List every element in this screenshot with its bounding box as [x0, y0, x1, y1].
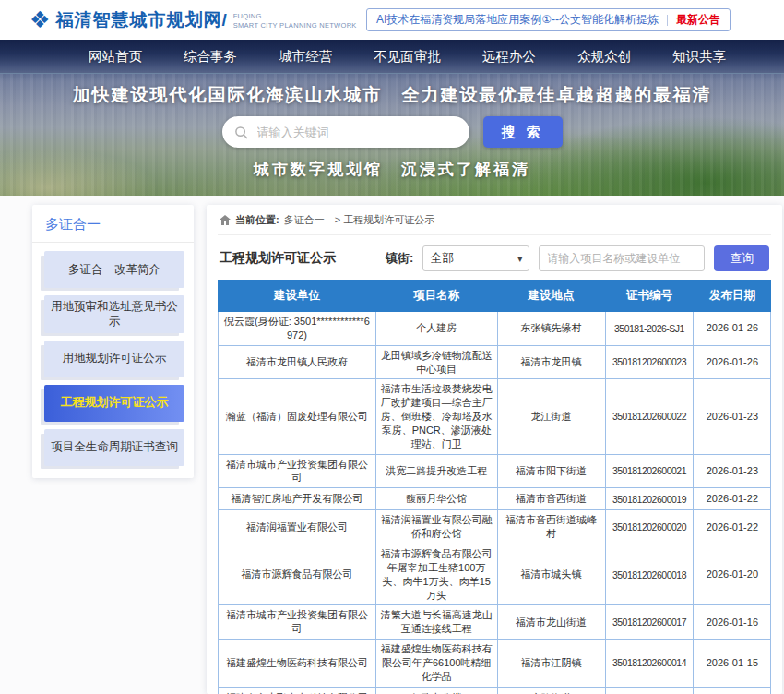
- table-cell: 福清市龙山街道: [497, 605, 605, 640]
- table-cell: 福建盛煌生物医药科技有限公司: [219, 640, 376, 688]
- search-icon: [234, 126, 248, 139]
- main-content: 当前位置: 多证合一—> 工程规划许可证公示 工程规划许可证公示 镇街: 全部 …: [207, 205, 782, 694]
- table-row[interactable]: 福清市城市产业投资集团有限公司洪宽二路提升改造工程福清市阳下街道35018120…: [219, 454, 771, 488]
- sidebar-title: 多证合一: [32, 205, 194, 243]
- breadcrumb-prefix: 当前位置:: [235, 213, 279, 227]
- table-cell: 福清市音西街道珹峰村: [497, 510, 605, 544]
- table-row[interactable]: 福建盛煌生物医药科技有限公司福建盛煌生物医药科技有限公司年产66100吨精细化学…: [219, 640, 771, 688]
- table-cell: 2026-01-20: [694, 544, 771, 604]
- query-button[interactable]: 查询: [714, 245, 769, 271]
- table-cell: 350181202600018: [605, 544, 694, 604]
- table-row[interactable]: 福建东方小飞光电科技有限公司行政办公楼宏路街道35018120260001520…: [219, 687, 771, 694]
- table-cell: 福清市城市产业投资集团有限公司: [219, 454, 376, 488]
- table-cell: 350181202600019: [605, 488, 694, 510]
- nav-item-5[interactable]: 远程办公: [482, 48, 536, 66]
- table-row[interactable]: 福清市城市产业投资集团有限公司清繁大道与长福高速龙山互通连接线工程福清市龙山街道…: [219, 605, 771, 640]
- table-header-cell-1: 建设单位: [219, 281, 376, 312]
- table-cell: 福清市阳下街道: [497, 454, 605, 488]
- sidebar-item-1[interactable]: 多证合一改革简介: [44, 251, 184, 288]
- search-button[interactable]: 搜 索: [483, 116, 563, 148]
- table-cell: 350181202600020: [605, 510, 694, 544]
- permits-table: 建设单位项目名称建设地点证书编号发布日期 倪云霞(身份证: 3501******…: [218, 280, 771, 694]
- table-cell: 350181202600014: [605, 640, 694, 688]
- township-select-value: 全部: [430, 250, 454, 267]
- table-cell: 350181-2026-SJ1: [605, 312, 694, 346]
- table-cell: 350181202600015: [605, 687, 694, 694]
- table-cell: 2026-01-26: [694, 312, 771, 346]
- nav-item-7[interactable]: 知识共享: [672, 48, 726, 66]
- sidebar-menu: 多证合一改革简介用地预审和选址意见书公示用地规划许可证公示工程规划许可证公示项目…: [32, 243, 194, 466]
- table-cell: 2026-01-22: [694, 488, 771, 510]
- table-cell: 福清市龙田镇: [497, 345, 605, 379]
- latest-news-link[interactable]: 最新公告: [676, 12, 720, 28]
- sidebar-item-3[interactable]: 用地规划许可证公示: [44, 341, 184, 377]
- site-title: 福清智慧城市规划网/: [55, 8, 227, 32]
- nav-item-1[interactable]: 网站首页: [89, 48, 142, 66]
- table-row[interactable]: 福清润福置业有限公司福清润福置业有限公司融侨和府公馆福清市音西街道珹峰村3501…: [219, 510, 771, 544]
- table-cell: 龙江街道: [497, 379, 605, 454]
- table-row[interactable]: 福清智汇房地产开发有限公司馥丽月华公馆福清市音西街道35018120260001…: [219, 488, 771, 510]
- table-cell: 福清市生活垃圾焚烧发电厂改扩建项目—综合主厂房、倒班楼、冷却塔及水泵房、PNCR…: [375, 379, 497, 454]
- hero-search-row: 搜 索: [0, 116, 784, 148]
- announcement-link[interactable]: AI技术在福清资规局落地应用案例①--公文智能化解析提炼: [376, 12, 659, 28]
- table-cell: 东张镇先缘村: [497, 312, 605, 346]
- divider: [667, 15, 668, 26]
- nav-item-6[interactable]: 众规众创: [577, 48, 631, 66]
- table-cell: 洪宽二路提升改造工程: [375, 454, 497, 488]
- hero-slogan: 加快建设现代化国际化海滨山水城市 全力建设最优最佳卓越超越的最福清: [0, 83, 784, 107]
- table-row[interactable]: 倪云霞(身份证: 3501************6972)个人建房东张镇先缘村…: [219, 312, 771, 346]
- nav-item-2[interactable]: 综合事务: [184, 48, 237, 66]
- table-cell: 馥丽月华公馆: [375, 488, 497, 510]
- table-cell: 350181202600022: [605, 379, 694, 454]
- table-row[interactable]: 瀚蓝（福清）固废处理有限公司福清市生活垃圾焚烧发电厂改扩建项目—综合主厂房、倒班…: [219, 379, 771, 454]
- digital-hall-link[interactable]: 城市数字规划馆 沉浸式了解福清: [0, 159, 784, 180]
- sidebar-item-5[interactable]: 项目全生命周期证书查询: [44, 429, 184, 466]
- table-header-row: 建设单位项目名称建设地点证书编号发布日期: [219, 281, 771, 312]
- top-header: ❖ 福清智慧城市规划网/ FUQING SMART CITY PLANNING …: [0, 0, 784, 40]
- site-logo[interactable]: ❖ 福清智慧城市规划网/ FUQING SMART CITY PLANNING …: [30, 8, 357, 32]
- breadcrumb: 当前位置: 多证合一—> 工程规划许可证公示: [218, 205, 771, 235]
- sidebar-item-4[interactable]: 工程规划许可证公示: [44, 385, 184, 422]
- table-cell: 2026-01-26: [694, 345, 771, 379]
- compass-logo-icon: ❖: [30, 8, 50, 31]
- table-row[interactable]: 福清市源辉食品有限公司福清市源辉食品有限公司年屠宰加工生猪100万头、肉牛1万头…: [219, 544, 771, 604]
- table-cell: 2026-01-22: [694, 510, 771, 544]
- table-cell: 福清市源辉食品有限公司年屠宰加工生猪100万头、肉牛1万头、肉羊15万头: [375, 544, 497, 604]
- project-search-input[interactable]: [539, 245, 705, 271]
- nav-item-4[interactable]: 不见面审批: [374, 48, 441, 66]
- sidebar-item-2[interactable]: 用地预审和选址意见书公示: [44, 295, 184, 333]
- table-row[interactable]: 福清市龙田镇人民政府龙田镇域乡冷链物流配送中心项目福清市龙田镇350181202…: [219, 345, 771, 379]
- table-cell: 福清市音西街道: [497, 488, 605, 510]
- announcement-bar: AI技术在福清资规局落地应用案例①--公文智能化解析提炼 最新公告: [366, 8, 731, 31]
- filter-row: 工程规划许可证公示 镇街: 全部 ▾ 查询: [218, 235, 771, 280]
- table-cell: 个人建房: [375, 312, 497, 346]
- township-select[interactable]: 全部 ▾: [422, 245, 529, 271]
- table-header-cell-4: 证书编号: [605, 281, 694, 312]
- site-subtitle-line2: SMART CITY PLANNING NETWORK: [233, 21, 357, 30]
- site-subtitle-line1: FUQING: [233, 12, 357, 21]
- table-cell: 福清市城市产业投资集团有限公司: [219, 605, 376, 640]
- nav-item-3[interactable]: 城市经营: [279, 48, 332, 66]
- search-input[interactable]: [255, 125, 457, 140]
- table-cell: 福清市龙田镇人民政府: [219, 345, 376, 379]
- table-cell: 2026-01-15: [694, 687, 771, 694]
- section-title: 工程规划许可证公示: [220, 250, 336, 267]
- table-cell: 福清智汇房地产开发有限公司: [219, 488, 376, 510]
- township-label: 镇街:: [386, 250, 413, 267]
- table-cell: 龙田镇域乡冷链物流配送中心项目: [375, 345, 497, 379]
- page-body: 多证合一 多证合一改革简介用地预审和选址意见书公示用地规划许可证公示工程规划许可…: [0, 196, 784, 694]
- table-cell: 350181202600021: [605, 454, 694, 488]
- table-header-cell-2: 项目名称: [375, 281, 497, 312]
- home-icon: [220, 215, 231, 225]
- table-cell: 福清润福置业有限公司: [219, 510, 376, 544]
- table-cell: 福清市城头镇: [497, 544, 605, 604]
- table-cell: 福清市源辉食品有限公司: [219, 544, 376, 604]
- chevron-down-icon: ▾: [517, 254, 522, 264]
- table-cell: 2026-01-23: [694, 454, 771, 488]
- table-cell: 倪云霞(身份证: 3501************6972): [219, 312, 376, 346]
- breadcrumb-path[interactable]: 多证合一—> 工程规划许可证公示: [284, 213, 434, 227]
- table-cell: 福清市江阴镇: [497, 640, 605, 688]
- site-subtitle: FUQING SMART CITY PLANNING NETWORK: [233, 12, 357, 30]
- main-nav: 网站首页综合事务城市经营不见面审批远程办公众规众创知识共享: [0, 40, 784, 74]
- table-cell: 350181202600023: [605, 345, 694, 379]
